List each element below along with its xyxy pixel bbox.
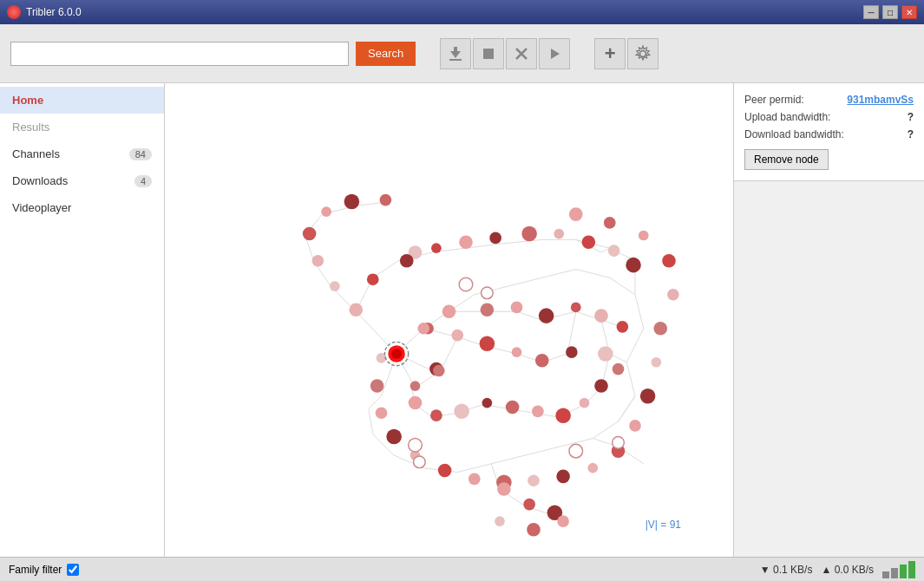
svg-point-132 <box>451 330 463 342</box>
svg-point-142 <box>580 398 590 408</box>
main-area: |V| = 91 <box>165 83 733 557</box>
svg-point-156 <box>414 456 426 468</box>
svg-point-137 <box>454 404 469 420</box>
download-label: Download bandwidth: <box>744 128 844 140</box>
svg-point-122 <box>511 302 523 314</box>
svg-point-109 <box>321 206 331 217</box>
svg-point-107 <box>312 255 324 267</box>
svg-point-93 <box>640 388 656 404</box>
close-button[interactable]: ✕ <box>901 5 917 19</box>
svg-point-148 <box>495 516 505 526</box>
status-bar-right: ▼ 0.1 KB/s ▲ 0.0 KB/s <box>760 561 915 578</box>
svg-point-138 <box>482 398 493 408</box>
family-filter-checkbox[interactable] <box>67 564 79 576</box>
peer-permid-label: Peer permid: <box>744 94 804 106</box>
svg-point-121 <box>481 304 495 317</box>
svg-point-127 <box>598 346 613 362</box>
sidebar-videoplayer-label: Videoplayer <box>12 201 71 214</box>
svg-point-145 <box>497 482 511 496</box>
svg-point-94 <box>629 420 641 432</box>
svg-rect-1 <box>454 47 457 53</box>
title-bar-controls[interactable]: ─ □ ✕ <box>863 5 917 19</box>
svg-point-92 <box>652 357 662 368</box>
svg-point-110 <box>344 194 360 210</box>
settings-button[interactable] <box>627 38 659 69</box>
content: Home Results Channels 84 Downloads 4 Vid… <box>0 83 924 557</box>
svg-point-108 <box>303 227 317 241</box>
svg-point-119 <box>608 245 620 257</box>
svg-point-126 <box>617 321 629 333</box>
add-button[interactable]: + <box>594 38 626 69</box>
download-button[interactable] <box>440 38 471 69</box>
search-input[interactable] <box>10 42 349 66</box>
svg-point-165 <box>400 254 414 268</box>
svg-point-118 <box>582 236 596 250</box>
svg-marker-6 <box>551 49 560 59</box>
svg-point-128 <box>566 346 578 358</box>
svg-point-162 <box>349 304 363 317</box>
svg-point-7 <box>640 50 646 56</box>
minimize-button[interactable]: ─ <box>863 5 879 19</box>
bar-1 <box>882 571 889 578</box>
svg-point-89 <box>662 254 676 268</box>
play-button[interactable] <box>539 38 570 69</box>
svg-point-115 <box>489 232 501 245</box>
svg-point-154 <box>613 437 625 449</box>
stop-button[interactable] <box>473 38 504 69</box>
svg-point-139 <box>506 401 520 415</box>
remove-button[interactable] <box>506 38 537 69</box>
svg-point-120 <box>626 258 641 273</box>
svg-point-131 <box>480 336 495 352</box>
svg-point-146 <box>523 499 535 511</box>
svg-point-117 <box>554 229 564 239</box>
family-filter-label: Family filter <box>9 564 62 576</box>
bar-3 <box>900 565 907 578</box>
upload-speed: ▲ 0.0 KB/s <box>821 564 874 576</box>
svg-rect-8 <box>187 83 711 557</box>
svg-point-90 <box>667 289 679 301</box>
remove-node-button[interactable]: Remove node <box>744 149 829 170</box>
maximize-button[interactable]: □ <box>882 5 898 19</box>
peer-permid-value[interactable]: 931mbamvSs <box>847 94 914 106</box>
sidebar-item-videoplayer[interactable]: Videoplayer <box>0 194 164 221</box>
bar-4 <box>908 561 915 578</box>
svg-rect-3 <box>483 49 494 59</box>
right-panel: Peer permid: 931mbamvSs Upload bandwidth… <box>733 83 924 557</box>
node-info: Peer permid: 931mbamvSs Upload bandwidth… <box>734 83 924 181</box>
title-bar: Tribler 6.0.0 ─ □ ✕ <box>0 0 924 24</box>
status-bar: Family filter ▼ 0.1 KB/s ▲ 0.0 KB/s <box>0 557 924 581</box>
network-graph <box>165 83 733 557</box>
svg-point-150 <box>557 515 569 527</box>
svg-point-155 <box>569 444 583 458</box>
svg-point-151 <box>459 277 473 291</box>
status-bar-left: Family filter <box>9 564 79 576</box>
sidebar-item-home[interactable]: Home <box>0 87 164 114</box>
download-value: ? <box>908 128 914 140</box>
download-speed-value: ▼ 0.1 KB/s <box>760 564 813 576</box>
app-title: Tribler 6.0.0 <box>26 6 82 18</box>
signal-bars <box>882 561 915 578</box>
title-bar-left: Tribler 6.0.0 <box>7 5 82 19</box>
svg-point-91 <box>653 322 667 336</box>
app-container: Search + <box>0 24 924 581</box>
right-panel-lower <box>734 181 924 557</box>
graph-label: |V| = 91 <box>645 519 681 531</box>
svg-point-140 <box>532 405 544 417</box>
upload-speed-value: ▲ 0.0 KB/s <box>821 564 874 576</box>
upload-row: Upload bandwidth: ? <box>744 111 914 123</box>
svg-point-143 <box>594 379 608 393</box>
svg-point-164 <box>330 281 340 291</box>
sidebar-item-downloads[interactable]: Downloads 4 <box>0 167 164 194</box>
sidebar-item-results[interactable]: Results <box>0 114 164 140</box>
svg-point-97 <box>556 470 570 484</box>
sidebar-downloads-label: Downloads <box>12 174 68 187</box>
svg-point-124 <box>571 303 581 313</box>
svg-point-111 <box>380 194 392 206</box>
svg-point-123 <box>539 308 554 323</box>
svg-point-159 <box>391 349 402 359</box>
search-button[interactable]: Search <box>356 42 416 66</box>
svg-point-113 <box>431 243 442 253</box>
sidebar-item-channels[interactable]: Channels 84 <box>0 140 164 167</box>
sidebar-channels-label: Channels <box>12 147 60 160</box>
svg-point-88 <box>639 231 649 241</box>
